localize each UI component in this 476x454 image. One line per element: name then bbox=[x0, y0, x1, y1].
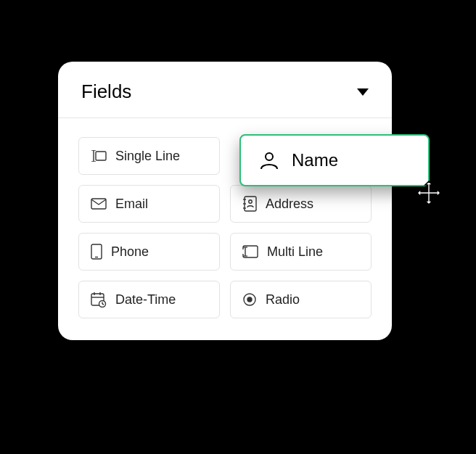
svg-line-21 bbox=[102, 304, 104, 305]
radio-icon bbox=[242, 292, 257, 307]
field-label: Single Line bbox=[115, 149, 180, 164]
date-time-icon bbox=[91, 292, 107, 308]
svg-point-24 bbox=[266, 153, 273, 160]
svg-point-9 bbox=[249, 200, 252, 203]
address-icon bbox=[242, 196, 257, 212]
field-multi-line[interactable]: Multi Line bbox=[230, 233, 372, 271]
multi-line-icon bbox=[242, 245, 258, 258]
svg-rect-4 bbox=[91, 199, 106, 209]
field-label: Email bbox=[115, 197, 148, 212]
svg-rect-5 bbox=[245, 197, 256, 211]
field-label: Multi Line bbox=[267, 244, 323, 260]
field-label: Address bbox=[266, 197, 313, 212]
single-line-icon bbox=[91, 150, 107, 162]
field-date-time[interactable]: Date-Time bbox=[78, 281, 220, 318]
fields-panel: Fields Single Line bbox=[58, 62, 392, 340]
person-icon bbox=[258, 149, 280, 171]
field-label: Date-Time bbox=[115, 292, 176, 308]
svg-point-23 bbox=[247, 297, 252, 302]
field-address[interactable]: Address bbox=[230, 185, 372, 223]
field-phone[interactable]: Phone bbox=[78, 233, 220, 271]
field-label: Name bbox=[292, 150, 338, 170]
field-single-line[interactable]: Single Line bbox=[78, 137, 220, 175]
field-email[interactable]: Email bbox=[78, 185, 220, 223]
field-name-dragging[interactable]: Name bbox=[239, 134, 430, 186]
panel-title: Fields bbox=[81, 81, 131, 103]
field-label: Phone bbox=[111, 244, 149, 260]
move-cursor-icon bbox=[416, 181, 441, 205]
email-icon bbox=[91, 198, 107, 210]
svg-rect-0 bbox=[96, 152, 106, 160]
phone-icon bbox=[91, 244, 102, 260]
field-radio[interactable]: Radio bbox=[230, 281, 372, 318]
field-label: Radio bbox=[266, 292, 300, 308]
fields-panel-header[interactable]: Fields bbox=[58, 62, 392, 118]
chevron-down-icon[interactable] bbox=[357, 88, 369, 96]
